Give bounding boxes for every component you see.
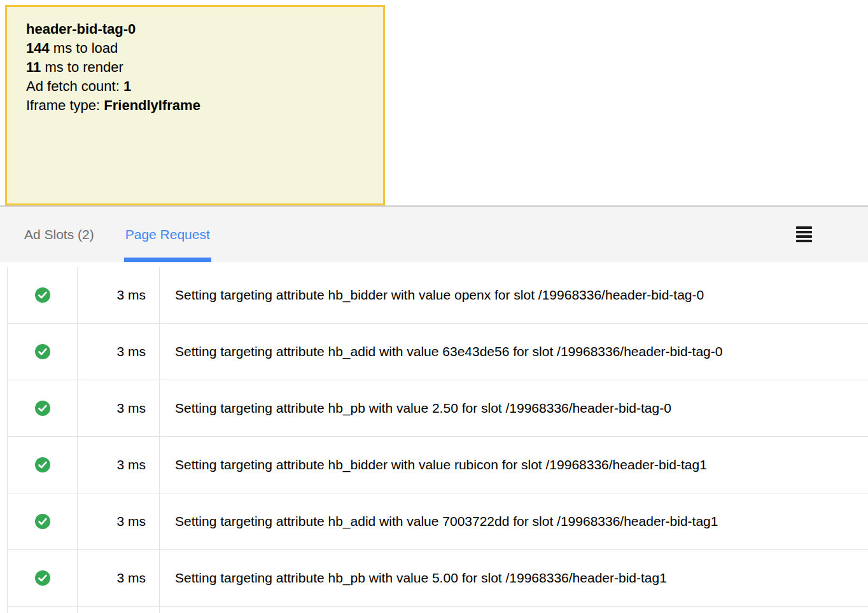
log-row: 3 ms Setting targeting attribute hb_bidd… xyxy=(8,267,868,324)
log-row-message: Setting targeting attribute hb_adid with… xyxy=(160,324,868,380)
render-time-line: 11 ms to render xyxy=(26,58,364,77)
load-ms-suffix: ms to load xyxy=(50,40,118,56)
log-row-status-cell xyxy=(8,550,78,606)
check-circle-icon xyxy=(35,401,50,416)
log-row: 3 ms Setting targeting attribute hb_adid… xyxy=(8,324,868,380)
load-time-line: 144 ms to load xyxy=(26,39,364,58)
ad-fetch-count-label: Ad fetch count: xyxy=(26,78,123,94)
check-circle-icon xyxy=(35,514,50,529)
log-row-status-cell xyxy=(8,380,78,436)
log-row-message: Setting targeting attribute hb_bidder wi… xyxy=(160,267,868,323)
log-row: 3 ms Setting targeting attribute hb_pb w… xyxy=(8,550,868,607)
hamburger-menu-icon xyxy=(796,226,812,242)
check-circle-icon xyxy=(35,570,50,586)
log-row-time: 3 ms xyxy=(78,324,160,380)
slot-title: header-bid-tag-0 xyxy=(26,20,364,39)
log-row-status-cell xyxy=(8,437,78,493)
load-ms-value: 144 xyxy=(26,40,50,56)
tab-page-request[interactable]: Page Request xyxy=(124,207,211,262)
log-row-time: 3 ms xyxy=(78,380,160,436)
slot-overlay-panel: header-bid-tag-0 144 ms to load 11 ms to… xyxy=(5,5,385,205)
iframe-type-value: FriendlyIframe xyxy=(104,97,200,113)
iframe-type-line: Iframe type: FriendlyIframe xyxy=(26,96,364,115)
ad-fetch-count-value: 1 xyxy=(123,78,131,94)
log-row-message xyxy=(160,607,868,613)
check-circle-icon xyxy=(35,457,50,472)
log-row: 3 ms Setting targeting attribute hb_adid… xyxy=(8,493,868,550)
log-row-message: Setting targeting attribute hb_bidder wi… xyxy=(160,437,868,493)
log-row-time: 3 ms xyxy=(78,493,160,549)
log-row-status-cell xyxy=(8,324,78,380)
log-row-time: 3 ms xyxy=(78,267,160,323)
ad-fetch-count-line: Ad fetch count: 1 xyxy=(26,77,364,96)
log-row-message: Setting targeting attribute hb_adid with… xyxy=(160,493,868,549)
log-row: 3 ms Setting targeting attribute hb_bidd… xyxy=(8,437,868,493)
tab-ad-slots[interactable]: Ad Slots (2) xyxy=(24,207,94,262)
log-row-status-cell xyxy=(8,267,78,323)
log-row-status-cell xyxy=(8,493,78,549)
log-row-message: Setting targeting attribute hb_pb with v… xyxy=(160,550,868,606)
check-circle-icon xyxy=(35,344,50,359)
iframe-type-label: Iframe type: xyxy=(26,97,104,113)
tab-page-request-label: Page Request xyxy=(125,227,210,242)
log-row-message: Setting targeting attribute hb_pb with v… xyxy=(160,380,868,436)
log-menu-button[interactable] xyxy=(794,224,815,245)
active-tab-underline xyxy=(124,258,211,262)
log-row-time xyxy=(78,607,160,613)
log-row-partial xyxy=(8,607,868,613)
render-ms-value: 11 xyxy=(26,59,41,75)
log-row-time: 3 ms xyxy=(78,437,160,493)
log-row: 3 ms Setting targeting attribute hb_pb w… xyxy=(8,380,868,437)
render-ms-suffix: ms to render xyxy=(41,59,123,75)
log-row-time: 3 ms xyxy=(78,550,160,606)
console-tabbar: Ad Slots (2) Page Request xyxy=(0,205,868,262)
page-request-log: 3 ms Setting targeting attribute hb_bidd… xyxy=(7,267,868,613)
log-row-status-cell xyxy=(8,607,78,613)
check-circle-icon xyxy=(35,287,50,303)
